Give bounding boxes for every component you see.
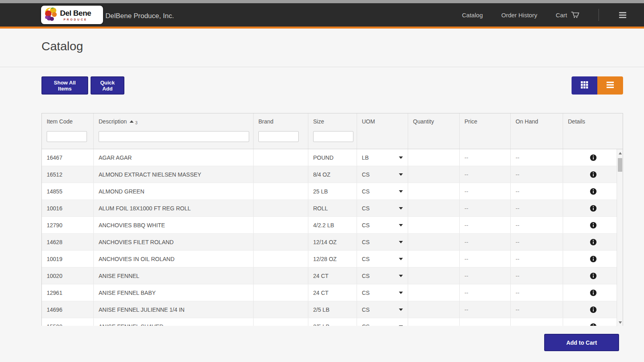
description-cell: ALUM FOIL 18X1000 FT REG ROLL bbox=[94, 200, 254, 216]
price-cell: -- bbox=[460, 217, 511, 233]
quantity-cell[interactable] bbox=[408, 301, 460, 318]
grid-view-icon bbox=[580, 81, 588, 90]
quantity-cell[interactable] bbox=[408, 318, 460, 326]
uom-dropdown[interactable]: CS bbox=[357, 200, 408, 216]
column-header-brand[interactable]: Brand bbox=[254, 113, 308, 149]
quantity-cell[interactable] bbox=[408, 234, 460, 250]
uom-dropdown[interactable]: CS bbox=[357, 234, 408, 250]
quantity-cell[interactable] bbox=[408, 200, 460, 216]
uom-dropdown[interactable]: LB bbox=[357, 149, 408, 166]
uom-value: CS bbox=[362, 323, 369, 326]
nav-link-order-history[interactable]: Order History bbox=[501, 12, 537, 19]
on-hand-cell: -- bbox=[511, 234, 563, 250]
price-cell: -- bbox=[460, 267, 511, 284]
price-cell: -- bbox=[460, 284, 511, 301]
info-icon[interactable] bbox=[590, 255, 597, 263]
brand-cell bbox=[254, 318, 308, 326]
description-filter-input[interactable] bbox=[99, 131, 249, 142]
quantity-cell[interactable] bbox=[408, 284, 460, 301]
column-header-price[interactable]: Price bbox=[460, 113, 511, 149]
on-hand-cell: -- bbox=[511, 267, 563, 284]
column-label: Quantity bbox=[413, 118, 434, 125]
brand-filter-input[interactable] bbox=[258, 131, 299, 142]
info-icon[interactable] bbox=[590, 272, 597, 280]
column-label: UOM bbox=[362, 118, 375, 125]
quantity-cell[interactable] bbox=[408, 267, 460, 284]
uom-dropdown[interactable]: CS bbox=[357, 217, 408, 233]
info-icon[interactable] bbox=[590, 222, 597, 229]
on-hand-cell: -- bbox=[511, 251, 563, 267]
details-cell bbox=[563, 200, 623, 216]
uom-dropdown[interactable]: CS bbox=[357, 267, 408, 284]
add-to-cart-button[interactable]: Add to Cart bbox=[544, 334, 619, 351]
quantity-cell[interactable] bbox=[408, 183, 460, 200]
price-cell: -- bbox=[460, 301, 511, 318]
size-cell: 2/5 LB bbox=[308, 318, 357, 326]
uom-dropdown[interactable]: CS bbox=[357, 301, 408, 318]
item-code-cell: 10019 bbox=[42, 251, 94, 267]
grid-view-button[interactable] bbox=[572, 76, 597, 95]
uom-dropdown[interactable]: CS bbox=[357, 166, 408, 183]
company-logo[interactable]: Del Bene PRODUCE bbox=[40, 5, 104, 25]
show-all-items-button[interactable]: Show All Items bbox=[41, 76, 88, 95]
info-icon[interactable] bbox=[590, 188, 597, 195]
size-cell: POUND bbox=[308, 149, 357, 166]
logo-name: Del Bene bbox=[60, 9, 91, 17]
description-cell: ANCHOVIES IN OIL ROLAND bbox=[94, 251, 254, 267]
quick-add-button[interactable]: Quick Add bbox=[91, 76, 124, 95]
info-icon[interactable] bbox=[590, 205, 597, 212]
quantity-cell[interactable] bbox=[408, 149, 460, 166]
table-row: 10019 ANCHOVIES IN OIL ROLAND 12/28 OZ C… bbox=[42, 251, 623, 267]
info-icon[interactable] bbox=[590, 306, 597, 313]
column-header-on-hand[interactable]: On Hand bbox=[511, 113, 563, 149]
price-cell: -- bbox=[460, 149, 511, 166]
quantity-cell[interactable] bbox=[408, 166, 460, 183]
on-hand-cell: -- bbox=[511, 301, 563, 318]
column-header-details: Details bbox=[563, 113, 623, 149]
chevron-down-icon bbox=[399, 292, 403, 294]
size-cell: 4/2.2 LB bbox=[308, 217, 357, 233]
scrollbar-thumb[interactable] bbox=[618, 158, 622, 172]
column-label: On Hand bbox=[516, 118, 538, 125]
nav-link-cart[interactable]: Cart bbox=[556, 10, 580, 20]
list-view-button[interactable] bbox=[597, 76, 623, 95]
column-header-quantity[interactable]: Quantity bbox=[408, 113, 460, 149]
uom-value: CS bbox=[362, 205, 369, 212]
uom-dropdown[interactable]: CS bbox=[357, 251, 408, 267]
column-header-uom[interactable]: UOM bbox=[357, 113, 408, 149]
title-divider bbox=[0, 67, 644, 67]
menu-icon[interactable] bbox=[617, 10, 628, 20]
nav-link-catalog[interactable]: Catalog bbox=[462, 12, 483, 19]
column-header-size[interactable]: Size bbox=[308, 113, 357, 149]
column-header-description[interactable]: Description 3 bbox=[94, 113, 254, 149]
logo-subtitle: PRODUCE bbox=[64, 18, 88, 21]
column-label: Description bbox=[99, 118, 127, 125]
info-icon[interactable] bbox=[590, 289, 597, 296]
item-code-filter-input[interactable] bbox=[47, 131, 87, 142]
description-cell: ANISE FENNEL JULIENNE 1/4 IN bbox=[94, 301, 254, 318]
on-hand-cell: -- bbox=[511, 200, 563, 216]
uom-value: CS bbox=[362, 273, 369, 279]
scroll-up-arrow[interactable] bbox=[617, 150, 623, 156]
quantity-cell[interactable] bbox=[408, 251, 460, 267]
info-icon[interactable] bbox=[590, 239, 597, 246]
nav-links: Catalog Order History Cart bbox=[462, 3, 628, 27]
item-code-cell: 14855 bbox=[42, 183, 94, 200]
on-hand-cell: -- bbox=[511, 166, 563, 183]
column-header-item-code[interactable]: Item Code bbox=[42, 113, 94, 149]
price-cell: -- bbox=[460, 318, 511, 326]
info-icon[interactable] bbox=[590, 323, 597, 326]
info-icon[interactable] bbox=[590, 154, 597, 161]
chevron-down-icon bbox=[399, 156, 403, 159]
uom-dropdown[interactable]: CS bbox=[357, 183, 408, 200]
chevron-down-icon bbox=[399, 325, 403, 326]
info-icon[interactable] bbox=[590, 171, 597, 178]
scroll-down-arrow[interactable] bbox=[617, 319, 623, 325]
nav-divider bbox=[599, 9, 599, 21]
uom-dropdown[interactable]: CS bbox=[357, 318, 408, 326]
uom-dropdown[interactable]: CS bbox=[357, 284, 408, 301]
details-cell bbox=[563, 166, 623, 183]
table-scrollbar[interactable] bbox=[617, 149, 623, 326]
quantity-cell[interactable] bbox=[408, 217, 460, 233]
size-filter-input[interactable] bbox=[313, 131, 353, 142]
